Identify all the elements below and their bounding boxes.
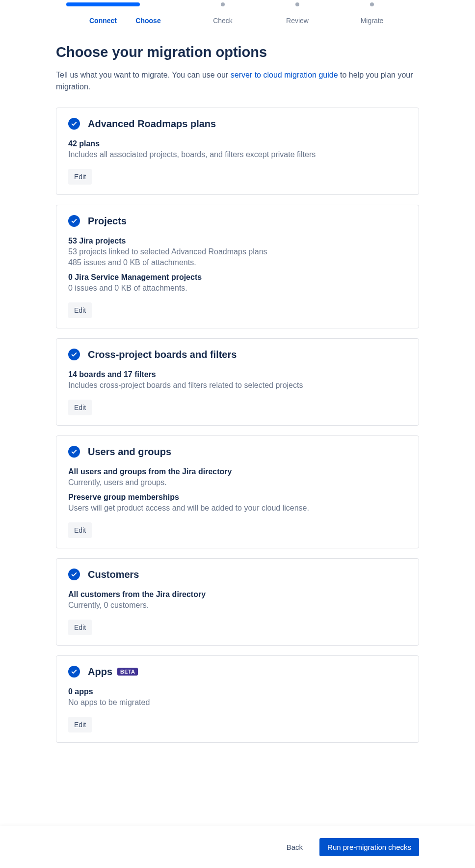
- card-advanced-roadmaps: Advanced Roadmaps plans 42 plans Include…: [56, 108, 419, 195]
- card-title: Advanced Roadmaps plans: [88, 118, 216, 130]
- card-detail: Includes all associated projects, boards…: [68, 150, 407, 159]
- card-users-groups: Users and groups All users and groups fr…: [56, 435, 419, 548]
- edit-button[interactable]: Edit: [68, 717, 92, 732]
- beta-badge: BETA: [117, 668, 138, 676]
- dot-icon: [221, 2, 225, 6]
- card-projects: Projects 53 Jira projects 53 projects li…: [56, 205, 419, 328]
- check-circle-icon: [68, 446, 80, 458]
- card-summary: All customers from the Jira directory: [68, 590, 407, 599]
- step-check[interactable]: Check: [185, 6, 260, 25]
- card-title: Cross-project boards and filters: [88, 349, 237, 360]
- card-detail: 53 projects linked to selected Advanced …: [68, 247, 407, 256]
- step-label: Review: [286, 17, 309, 25]
- step-choose[interactable]: Choose: [111, 6, 185, 25]
- card-summary: All users and groups from the Jira direc…: [68, 467, 407, 476]
- card-summary: 42 plans: [68, 139, 407, 148]
- card-detail: Currently, users and groups.: [68, 478, 407, 487]
- card-summary: Preserve group memberships: [68, 493, 407, 502]
- card-customers: Customers All customers from the Jira di…: [56, 558, 419, 646]
- card-title: Customers: [88, 569, 139, 580]
- step-review[interactable]: Review: [260, 6, 335, 25]
- card-title: Users and groups: [88, 446, 171, 458]
- card-summary: 0 apps: [68, 687, 407, 696]
- edit-button[interactable]: Edit: [68, 400, 92, 415]
- dot-icon: [370, 2, 374, 6]
- card-boards-filters: Cross-project boards and filters 14 boar…: [56, 338, 419, 426]
- step-migrate[interactable]: Migrate: [335, 6, 409, 25]
- edit-button[interactable]: Edit: [68, 620, 92, 635]
- description-prefix: Tell us what you want to migrate. You ca…: [56, 71, 231, 79]
- card-summary: 0 Jira Service Management projects: [68, 273, 407, 282]
- check-circle-icon: [68, 215, 80, 227]
- edit-button[interactable]: Edit: [68, 169, 92, 185]
- card-title-text: Apps: [88, 666, 112, 678]
- edit-button[interactable]: Edit: [68, 302, 92, 318]
- stepper: Connect Choose Check Review Migrate: [56, 6, 419, 25]
- card-title: Apps BETA: [88, 666, 138, 678]
- card-apps: Apps BETA 0 apps No apps to be migrated …: [56, 655, 419, 743]
- check-circle-icon: [68, 569, 80, 580]
- dot-icon: [295, 2, 299, 6]
- card-summary: 14 boards and 17 filters: [68, 370, 407, 379]
- card-detail: 0 issues and 0 KB of attachments.: [68, 284, 407, 293]
- page-description: Tell us what you want to migrate. You ca…: [56, 69, 419, 93]
- step-label: Check: [213, 17, 233, 25]
- card-title: Projects: [88, 216, 127, 227]
- page-title: Choose your migration options: [56, 44, 419, 60]
- card-detail: No apps to be migrated: [68, 698, 407, 707]
- card-detail: Currently, 0 customers.: [68, 601, 407, 610]
- check-circle-icon: [68, 666, 80, 678]
- step-label: Choose: [135, 17, 160, 25]
- check-circle-icon: [68, 349, 80, 360]
- check-circle-icon: [68, 118, 80, 130]
- card-detail: 485 issues and 0 KB of attachments.: [68, 258, 407, 267]
- step-label: Migrate: [361, 17, 384, 25]
- card-detail: Includes cross-project boards and filter…: [68, 381, 407, 390]
- card-detail: Users will get product access and will b…: [68, 504, 407, 513]
- edit-button[interactable]: Edit: [68, 522, 92, 538]
- card-summary: 53 Jira projects: [68, 237, 407, 245]
- migration-guide-link[interactable]: server to cloud migration guide: [231, 71, 338, 79]
